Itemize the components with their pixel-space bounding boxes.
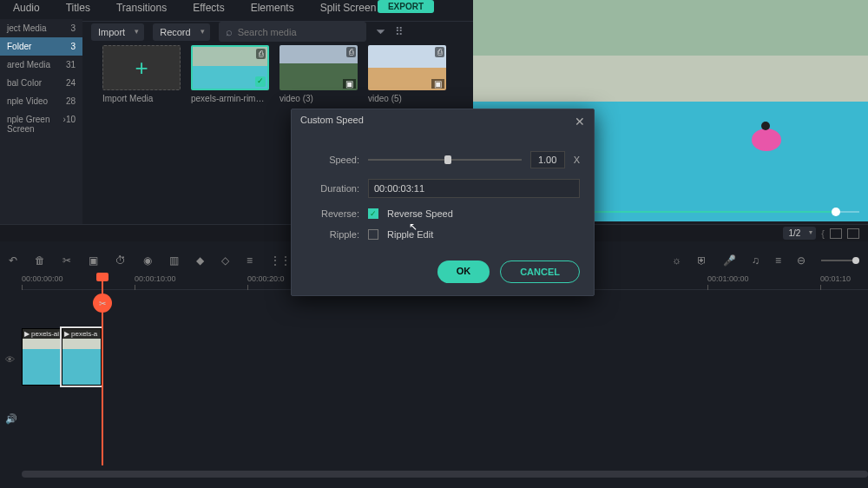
speed-icon[interactable]: ⏱ <box>115 254 126 267</box>
color-icon[interactable]: ◉ <box>143 254 152 267</box>
close-icon[interactable]: ✕ <box>575 115 585 129</box>
sidebar-item-folder[interactable]: Folder3 <box>0 37 82 56</box>
search-media[interactable]: ⌕ <box>219 22 366 42</box>
sidebar-item-project-media[interactable]: ject Media3 <box>0 19 82 37</box>
dialog-title: Custom Speed <box>300 115 364 129</box>
shield-icon[interactable]: ⛨ <box>697 254 707 267</box>
duration-label: Duration: <box>306 183 359 194</box>
reverse-checkbox[interactable] <box>368 208 378 219</box>
cancel-button[interactable]: CANCEL <box>500 260 580 283</box>
media-grid: + Import Media ⎙✓ pexels-armin-rimoldi-.… <box>102 45 467 103</box>
play-icon: ▶ <box>64 330 69 338</box>
import-media-tile[interactable]: + Import Media <box>102 45 181 103</box>
camera-icon: ⎙ <box>256 49 266 59</box>
h-scrollbar[interactable] <box>22 471 868 478</box>
reverse-label: Reverse: <box>306 208 359 219</box>
media-sidebar: ject Media3 Folder3 ared Media31 bal Col… <box>0 19 82 241</box>
speed-label: Speed: <box>306 155 359 165</box>
sidebar-item-green-screen[interactable]: nple Green Screen›10 <box>0 110 82 138</box>
zoom-slider[interactable] <box>821 260 859 261</box>
preview-content <box>752 129 781 151</box>
search-input[interactable] <box>238 27 359 37</box>
video-track[interactable]: ▶pexels-ai ▶pexels-a <box>22 328 102 389</box>
timeline-clip[interactable]: ▶pexels-ai <box>22 328 62 386</box>
check-icon: ✓ <box>255 76 266 87</box>
crop-icon[interactable]: ▣ <box>89 254 98 267</box>
media-toolbar: Import Record ⌕ ⏷ ⠿ <box>91 22 404 42</box>
tab-effects[interactable]: Effects <box>193 2 224 14</box>
eye-icon[interactable]: 👁 <box>5 354 15 365</box>
ripple-checkbox[interactable] <box>368 229 378 240</box>
play-icon: ▶ <box>24 330 30 338</box>
reverse-cb-label: Reverse Speed <box>387 208 453 219</box>
tab-audio[interactable]: Audio <box>13 2 40 14</box>
grid-view-icon[interactable]: ⠿ <box>395 25 404 38</box>
playhead[interactable]: ✂ <box>102 274 103 465</box>
ok-button[interactable]: OK <box>437 260 490 283</box>
ripple-label: Ripple: <box>306 229 359 240</box>
timeline-clip[interactable]: ▶pexels-a <box>62 328 102 386</box>
mic-icon[interactable]: 🎤 <box>723 254 736 267</box>
tab-elements[interactable]: Elements <box>251 2 294 14</box>
delete-icon[interactable]: 🗑 <box>35 254 45 267</box>
play-badge-icon: ▣ <box>343 79 356 89</box>
tab-split-screen[interactable]: Split Screen <box>320 2 377 14</box>
tab-titles[interactable]: Titles <box>66 2 90 14</box>
export-frame-icon[interactable]: ▥ <box>169 254 179 267</box>
audio-wave-icon[interactable]: ⋮⋮ <box>270 254 291 267</box>
tab-transitions[interactable]: Transitions <box>116 2 167 14</box>
export-button[interactable]: EXPORT <box>378 0 434 13</box>
adjust-icon[interactable]: ≡ <box>247 254 253 267</box>
duration-input[interactable]: 00:00:03:11 <box>368 179 580 198</box>
sidebar-item-sample-video[interactable]: nple Video28 <box>0 92 82 110</box>
split-marker-icon[interactable]: ✂ <box>93 293 112 313</box>
fullscreen-icon[interactable] <box>847 228 859 239</box>
camera-icon: ⎙ <box>435 47 444 57</box>
speed-value-input[interactable]: 1.00 <box>530 151 565 168</box>
mark-in-icon[interactable]: { <box>821 228 825 239</box>
zoom-out-icon[interactable]: ⊖ <box>797 254 806 267</box>
marker-icon[interactable]: ◆ <box>196 254 204 267</box>
undo-icon[interactable]: ↶ <box>9 254 17 267</box>
music-icon[interactable]: ♫ <box>752 254 760 267</box>
zoom-dropdown[interactable]: 1/2 <box>783 227 816 240</box>
import-dropdown[interactable]: Import <box>91 23 144 41</box>
speed-slider[interactable] <box>368 159 522 161</box>
play-badge-icon: ▣ <box>431 79 444 89</box>
media-item-pool[interactable]: ⎙✓ pexels-armin-rimoldi-... <box>191 45 269 103</box>
keyframe-icon[interactable]: ◇ <box>221 254 229 267</box>
cut-icon[interactable]: ✂ <box>62 254 71 267</box>
cursor-icon: ↖ <box>409 221 418 233</box>
custom-speed-dialog: Custom Speed ✕ Speed: 1.00 X Duration: 0… <box>291 109 595 296</box>
search-icon: ⌕ <box>226 25 233 38</box>
mixer-icon[interactable]: ≡ <box>775 254 781 267</box>
media-item-video3[interactable]: ⎙▣ video (3) <box>279 45 358 103</box>
camera-icon: ⎙ <box>346 47 356 57</box>
sidebar-item-shared-media[interactable]: ared Media31 <box>0 56 82 74</box>
media-item-video5[interactable]: ⎙▣ video (5) <box>368 45 446 103</box>
filter-icon[interactable]: ⏷ <box>375 25 386 38</box>
speed-unit: X <box>574 155 580 165</box>
record-dropdown[interactable]: Record <box>153 23 209 41</box>
sidebar-item-global-color[interactable]: bal Color24 <box>0 74 82 92</box>
brightness-icon[interactable]: ☼ <box>672 254 681 267</box>
speaker-icon[interactable]: 🔊 <box>5 413 17 425</box>
screenshot-icon[interactable] <box>830 228 842 239</box>
plus-icon: + <box>135 55 148 82</box>
